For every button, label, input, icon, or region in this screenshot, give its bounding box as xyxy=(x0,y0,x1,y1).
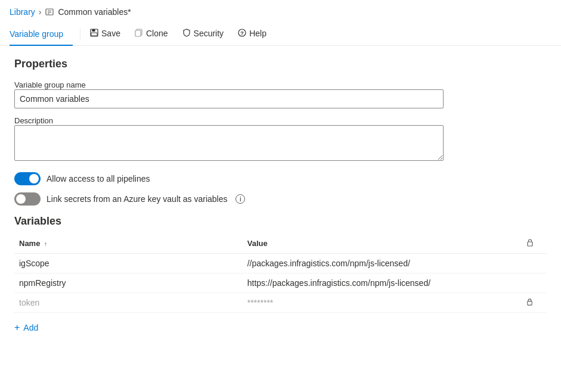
var-value-cell: https://packages.infragistics.com/npm/js… xyxy=(243,273,522,293)
library-link[interactable]: Library xyxy=(10,7,35,17)
var-lock-cell xyxy=(521,293,547,313)
save-icon xyxy=(90,29,98,39)
name-input[interactable] xyxy=(14,89,444,108)
variables-section: Variables Name ↑ Value xyxy=(14,215,547,338)
page-title: Common variables* xyxy=(58,7,131,17)
variables-table: Name ↑ Value xyxy=(14,235,547,313)
properties-section: Properties Variable group name Descripti… xyxy=(14,58,547,206)
security-icon xyxy=(182,29,191,39)
variables-title: Variables xyxy=(14,215,547,228)
var-lock-cell xyxy=(521,273,547,293)
toggle-pipelines[interactable] xyxy=(14,172,41,185)
save-button[interactable]: Save xyxy=(83,25,128,46)
table-header-row: Name ↑ Value xyxy=(14,235,547,254)
var-name-cell: igScope xyxy=(14,254,243,273)
toggle-vault-row: Link secrets from an Azure key vault as … xyxy=(14,192,547,206)
svg-rect-12 xyxy=(528,301,532,305)
main-content: Properties Variable group name Descripti… xyxy=(0,46,561,350)
svg-rect-6 xyxy=(91,33,97,36)
clone-button[interactable]: Clone xyxy=(128,25,175,46)
breadcrumb: Library › Common variables* xyxy=(0,0,561,21)
description-input[interactable] xyxy=(14,125,444,161)
tab-variable-group[interactable]: Variable group xyxy=(10,24,73,46)
sort-arrow-icon[interactable]: ↑ xyxy=(44,241,47,247)
clone-icon xyxy=(135,29,143,39)
help-icon: ? xyxy=(238,29,246,39)
security-button[interactable]: Security xyxy=(175,25,231,46)
toolbar: Variable group Save Clone Security xyxy=(0,21,561,46)
variable-group-icon xyxy=(45,7,54,17)
lock-header-icon xyxy=(526,239,534,248)
var-name-cell: npmRegistry xyxy=(14,273,243,293)
properties-title: Properties xyxy=(14,58,547,70)
var-value-cell: ******** xyxy=(243,293,522,313)
var-name-cell: token xyxy=(14,293,243,313)
var-lock-cell xyxy=(521,254,547,273)
svg-rect-8 xyxy=(135,30,141,36)
description-label: Description xyxy=(14,116,53,125)
toggle-pipelines-label: Allow access to all pipelines xyxy=(47,174,150,183)
add-label: Add xyxy=(23,323,38,332)
table-row[interactable]: token ******** xyxy=(14,293,547,313)
toggle-vault[interactable] xyxy=(14,192,41,206)
add-button[interactable]: + Add xyxy=(14,318,38,338)
breadcrumb-separator: › xyxy=(39,7,42,17)
svg-rect-5 xyxy=(92,29,95,32)
name-label: Variable group name xyxy=(14,80,86,89)
toggle-vault-label: Link secrets from an Azure key vault as … xyxy=(47,194,227,204)
row-lock-icon xyxy=(526,298,534,307)
column-header-value: Value xyxy=(243,235,522,254)
help-button[interactable]: ? Help xyxy=(231,25,274,46)
column-header-name: Name ↑ xyxy=(14,235,243,254)
vault-info-icon[interactable]: i xyxy=(235,194,245,204)
table-row[interactable]: igScope //packages.infragistics.com/npm/… xyxy=(14,254,547,273)
toolbar-separator-1 xyxy=(80,29,80,41)
svg-rect-11 xyxy=(528,242,532,246)
add-plus-icon: + xyxy=(14,322,20,333)
table-row[interactable]: npmRegistry https://packages.infragistic… xyxy=(14,273,547,293)
toggle-pipelines-row: Allow access to all pipelines xyxy=(14,172,547,185)
var-value-cell: //packages.infragistics.com/npm/js-licen… xyxy=(243,254,522,273)
column-header-lock xyxy=(521,235,547,254)
svg-text:?: ? xyxy=(240,30,244,36)
